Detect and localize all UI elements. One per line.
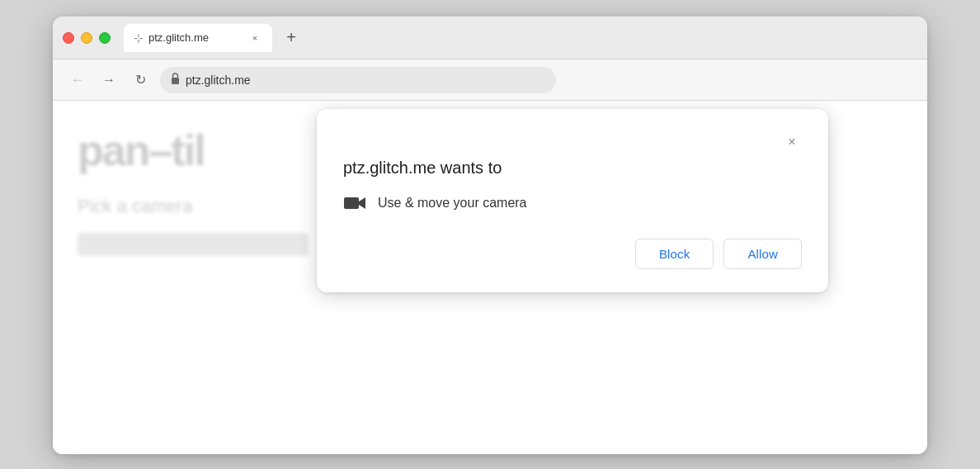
minimize-button[interactable] xyxy=(81,32,92,44)
address-bar[interactable]: ptz.glitch.me xyxy=(160,67,556,93)
refresh-button[interactable]: ↻ xyxy=(129,69,152,92)
dialog-title: ptz.glitch.me wants to xyxy=(343,159,802,178)
permission-dialog: × ptz.glitch.me wants to Use & move your… xyxy=(317,109,828,292)
svg-rect-0 xyxy=(172,78,179,84)
nav-bar: ← → ↻ ptz.glitch.me xyxy=(53,59,927,101)
dialog-permission-row: Use & move your camera xyxy=(343,194,802,212)
page-blurred-heading: pan–til xyxy=(78,126,205,175)
camera-icon xyxy=(343,194,366,212)
page-blurred-subtext: Pick a camera xyxy=(78,196,192,217)
block-button[interactable]: Block xyxy=(635,239,714,269)
browser-window: ⊹ ptz.glitch.me × + ← → ↻ ptz.glitch.me … xyxy=(53,17,927,454)
permission-text: Use & move your camera xyxy=(378,196,527,211)
dialog-close-button[interactable]: × xyxy=(782,132,802,152)
maximize-button[interactable] xyxy=(99,32,111,44)
lock-icon xyxy=(170,72,181,88)
tab-drag-icon: ⊹ xyxy=(134,31,144,45)
page-blurred-input xyxy=(78,233,309,256)
close-button[interactable] xyxy=(63,32,74,44)
dialog-close-row: × xyxy=(343,132,802,152)
forward-button[interactable]: → xyxy=(97,69,120,92)
allow-button[interactable]: Allow xyxy=(723,239,802,269)
new-tab-button[interactable]: + xyxy=(279,26,304,50)
back-button[interactable]: ← xyxy=(66,69,89,92)
dialog-buttons: Block Allow xyxy=(343,239,802,269)
tab-title: ptz.glitch.me xyxy=(148,31,243,44)
tab-bar: ⊹ ptz.glitch.me × + xyxy=(124,24,917,52)
browser-tab[interactable]: ⊹ ptz.glitch.me × xyxy=(124,24,272,52)
page-content: pan–til Pick a camera × ptz.glitch.me wa… xyxy=(53,101,927,454)
tab-close-icon[interactable]: × xyxy=(247,31,262,45)
svg-rect-1 xyxy=(344,197,359,209)
title-bar: ⊹ ptz.glitch.me × + xyxy=(53,17,927,59)
traffic-lights xyxy=(63,32,111,44)
address-text: ptz.glitch.me xyxy=(186,73,251,87)
